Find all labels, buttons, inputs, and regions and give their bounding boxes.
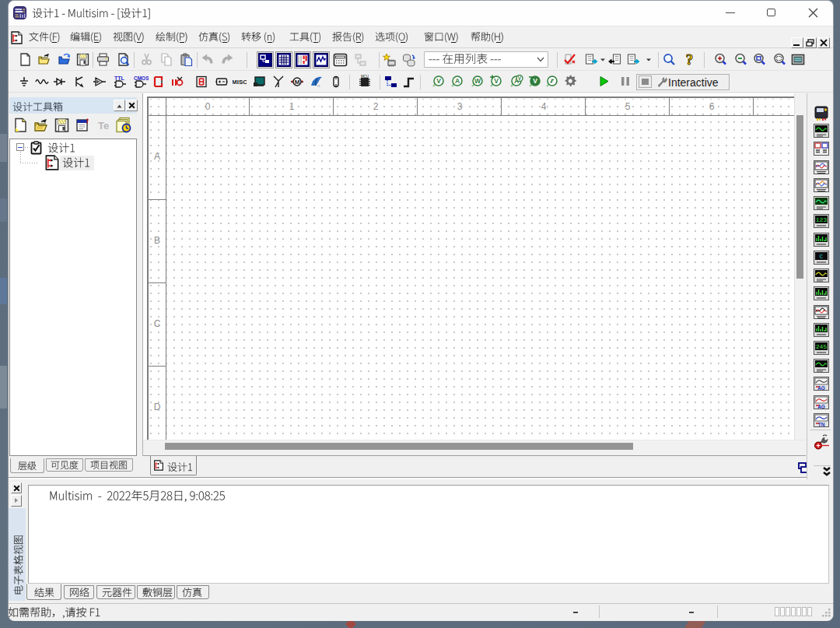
svg-text:245: 245 [816, 343, 828, 350]
svg-text:Te: Te [98, 120, 109, 132]
svg-text:V: V [494, 77, 499, 85]
svg-text:TN: TN [818, 422, 825, 427]
svg-text:M: M [295, 79, 300, 86]
svg-text:CMOS: CMOS [134, 75, 149, 81]
svg-text:?: ? [686, 53, 694, 67]
svg-text:V: V [533, 77, 537, 85]
svg-text:V: V [436, 77, 441, 85]
svg-text:W: W [474, 77, 481, 85]
svg-text:123: 123 [816, 216, 828, 223]
svg-text:A: A [455, 77, 460, 85]
svg-text:AG: AG [817, 404, 825, 409]
svg-text:n: n [317, 83, 320, 88]
svg-text:TTL: TTL [114, 75, 125, 81]
svg-text:V: V [518, 75, 522, 81]
svg-text:MCU: MCU [361, 75, 369, 79]
svg-text:AG: AG [817, 385, 825, 391]
svg-text:C: C [820, 253, 824, 260]
svg-text:MISC: MISC [233, 79, 247, 86]
